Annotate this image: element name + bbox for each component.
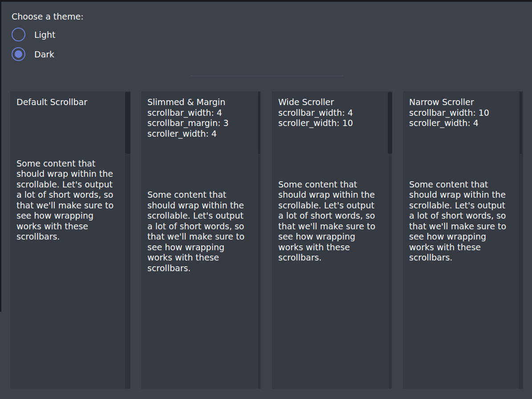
horizontal-divider (190, 76, 343, 76)
panel-wide-scroller[interactable]: Wide Scroller scrollbar_width: 4 scrolle… (272, 91, 392, 389)
panel-content: Some content that should wrap within the… (16, 159, 120, 242)
window-border-top (0, 0, 532, 2)
radio-option-dark-label: Dark (34, 49, 54, 59)
panel-title: Wide Scroller (278, 97, 379, 108)
panel-title: Slimmed & Margin (147, 97, 248, 108)
panel-content: Some content that should wrap within the… (278, 179, 382, 263)
scrollbar-thumb[interactable] (520, 92, 522, 154)
panel-param: scrollbar_width: 4 (147, 108, 248, 118)
panel-param: scrollbar_width: 10 (409, 108, 510, 118)
panel-content: Some content that should wrap within the… (409, 179, 512, 263)
scrollbar-thumb[interactable] (388, 92, 392, 154)
panel-title: Default Scrollbar (16, 97, 117, 108)
panel-header: Wide Scroller scrollbar_width: 4 scrolle… (272, 91, 392, 129)
panel-content: Some content that should wrap within the… (147, 190, 251, 273)
vertical-scrollbar[interactable] (519, 91, 523, 389)
radio-option-light-label: Light (34, 30, 55, 40)
panel-param: scroller_width: 4 (409, 118, 510, 129)
panel-header: Narrow Scroller scrollbar_width: 10 scro… (403, 91, 523, 129)
theme-chooser-label: Choose a theme: (12, 11, 84, 22)
panel-header: Slimmed & Margin scrollbar_width: 4 scro… (141, 91, 261, 139)
panel-title: Narrow Scroller (409, 97, 510, 108)
window-border-left (0, 0, 1, 312)
vertical-scrollbar[interactable] (257, 91, 261, 389)
panel-param: scrollbar_margin: 3 (147, 118, 248, 129)
radio-selected-icon (12, 47, 25, 61)
panel-header: Default Scrollbar (10, 91, 130, 108)
panel-param: scroller_width: 10 (278, 118, 379, 129)
scrollbar-thumb[interactable] (258, 92, 260, 154)
scrollbar-thumb[interactable] (125, 92, 130, 154)
theme-chooser: Choose a theme: Light Dark (12, 11, 84, 61)
radio-unselected-icon (12, 28, 25, 41)
panel-param: scrollbar_width: 4 (278, 108, 379, 118)
radio-option-light[interactable]: Light (12, 28, 84, 41)
panel-slimmed-margin[interactable]: Slimmed & Margin scrollbar_width: 4 scro… (141, 91, 261, 389)
vertical-scrollbar[interactable] (388, 91, 392, 389)
panels-row: Default Scrollbar Some content that shou… (10, 91, 523, 389)
panel-default-scrollbar[interactable]: Default Scrollbar Some content that shou… (10, 91, 130, 389)
panel-narrow-scroller[interactable]: Narrow Scroller scrollbar_width: 10 scro… (403, 91, 523, 389)
vertical-scrollbar[interactable] (125, 91, 130, 389)
panel-param: scroller_width: 4 (147, 129, 248, 139)
radio-option-dark[interactable]: Dark (12, 47, 84, 61)
